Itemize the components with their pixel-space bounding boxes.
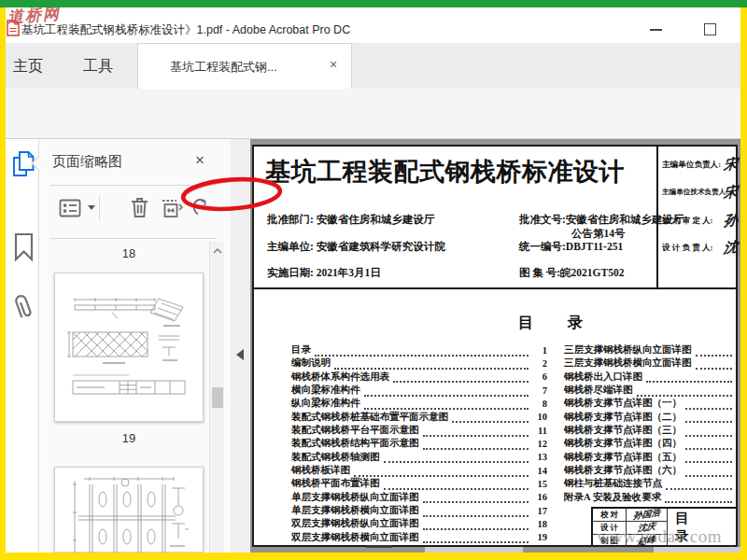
watermark-cndao: www.cndao.com [597, 526, 722, 547]
toc-entry: 装配式钢栈桥桩基础布置平面示意图10 [291, 411, 547, 424]
toc-entry: 钢栈桥支撑节点详图（一） [564, 397, 736, 410]
next-page-peek [366, 545, 392, 548]
horizontal-scrollbar-segment[interactable] [425, 547, 523, 553]
toc-entry: 钢栈桥平面布置详图15 [291, 477, 547, 490]
thumbnail-label-19: 19 [54, 431, 204, 445]
pdf-page: 基坑工程装配式钢栈桥标准设计 批准部门: 安徽省住房和城乡建设厅 主编单位: 安… [252, 145, 738, 547]
maximize-button[interactable] [698, 20, 722, 38]
toc-heading: 目 录 [518, 313, 593, 333]
meta-approval-no-2: 公告第14号 [571, 227, 626, 241]
toc-entry: 装配式钢栈桥平台平面示意图11 [291, 424, 547, 437]
toc-right-column: 三层支撑钢栈桥纵向立面详图 三层支撑钢栈桥横向立面详图 钢栈桥出入口详图 钢栈桥… [564, 343, 736, 504]
red-circle-annotation [179, 175, 284, 214]
toc-entry: 单层支撑钢栈桥横向立面详图17 [291, 504, 547, 517]
toc-entry: 钢栈桥支撑节点详图（四） [564, 437, 736, 450]
approver-label: 设 计 负 责 人: [662, 243, 712, 254]
toc-entry: 目录1 [291, 343, 547, 357]
meta-impl-date: 实施日期: 2021年3月1日 [267, 266, 381, 280]
toc-entry: 附录A 安装及验收要求 [564, 491, 736, 504]
toc-entry: 装配式钢栈桥结构平面示意图12 [291, 437, 547, 450]
thumbnail-18-drawing [65, 287, 192, 407]
window-title: 基坑工程装配式钢栈桥标准设计》1.pdf - Adobe Acrobat Pro… [21, 22, 350, 38]
toc-entry: 钢栈桥体系构件选用表6 [291, 371, 547, 384]
approver-signature: 宋 [723, 183, 739, 203]
acrobat-window: 基坑工程装配式钢栈桥标准设计》1.pdf - Adobe Acrobat Pro… [6, 7, 740, 553]
screenshot-root: 基坑工程装配式钢栈桥标准设计》1.pdf - Adobe Acrobat Pro… [0, 0, 747, 560]
minimize-button[interactable] [643, 21, 668, 39]
titlebar: 基坑工程装配式钢栈桥标准设计》1.pdf - Adobe Acrobat Pro… [6, 7, 740, 43]
meta-atlas-no: 图 集 号:皖2021GT502 [519, 266, 624, 280]
toc-entry: 钢栈桥出入口详图 [564, 371, 736, 384]
meta-unified-no: 统一编号:DBJT11-251 [519, 240, 623, 254]
document-view: 基坑工程装配式钢栈桥标准设计 批准部门: 安徽省住房和城乡建设厅 主编单位: 安… [250, 139, 740, 553]
bookmarks-icon[interactable] [13, 232, 35, 261]
document-tab-label: 基坑工程装配式钢... [170, 59, 277, 76]
approver-signature: 宋 [723, 155, 739, 175]
toc-entry: 装配式钢栈桥轴测图13 [291, 451, 547, 464]
collapse-panel-icon[interactable] [236, 349, 244, 360]
approver-label: 技 术 审 定 人: [662, 216, 712, 227]
toc-entry: 双层支撑钢栈桥横向立面详图19 [291, 531, 547, 544]
toc-entry: 三层支撑钢栈桥纵向立面详图 [564, 343, 736, 357]
thumbnail-page-19[interactable] [54, 467, 204, 553]
toc-entry: 纵向梁标准构件8 [291, 397, 547, 410]
toc-entry: 钢栈桥支撑节点详图（三） [564, 424, 736, 437]
meta-approval-dept: 批准部门: 安徽省住房和城乡建设厅 [267, 213, 434, 227]
thumbnail-19-drawing [65, 475, 192, 553]
toc-entry: 钢栈桥支撑节点详图（六） [564, 464, 736, 477]
panel-close-icon[interactable]: × [195, 151, 204, 170]
main-toolbar: / 39 50% [6, 89, 740, 139]
tab-tools[interactable]: 工具 [78, 55, 119, 77]
toc-entry: 编制说明2 [291, 357, 547, 370]
approver-label: 主编单位技术负责人: [662, 188, 728, 197]
toc-entry: 单层支撑钢栈桥纵向立面详图16 [291, 491, 547, 504]
panel-divider2 [50, 238, 217, 239]
toc-entry: 双层支撑钢栈桥纵向立面详图18 [291, 517, 547, 530]
horizontal-scrollbar-segment[interactable] [654, 547, 740, 553]
delete-page-icon[interactable] [128, 195, 151, 220]
toc-entry: 钢栈桥尽端详图 [564, 384, 736, 397]
toc-left-column: 目录1 编制说明2 钢栈桥体系构件选用表6 横向梁标准构件7 纵向梁标准构件8 … [291, 343, 547, 544]
thumbnail-label-18: 18 [54, 246, 204, 260]
scrollbar-thumb[interactable] [212, 387, 223, 408]
toc-entry: 钢栈桥支撑节点详图（二） [564, 411, 736, 424]
document-main-title: 基坑工程装配式钢栈桥标准设计 [265, 155, 625, 189]
minimize-icon [650, 29, 662, 31]
tab-close-icon[interactable]: × [330, 57, 337, 72]
panel-scrollbar[interactable] [209, 241, 224, 553]
thumbnail-page-18[interactable] [54, 273, 204, 422]
panel-title: 页面缩略图 [52, 153, 122, 171]
navigation-pane-strip [6, 139, 39, 553]
page-title-section: 基坑工程装配式钢栈桥标准设计 批准部门: 安徽省住房和城乡建设厅 主编单位: 安… [254, 147, 736, 289]
meta-chief-editor: 主编单位: 安徽省建筑科学研究设计院 [267, 240, 445, 254]
panel-toolbar-divider [99, 196, 100, 220]
maximize-icon [704, 23, 716, 35]
toc-entry: 三层支撑钢栈桥横向立面详图 [564, 357, 736, 370]
approver-column: 主编单位负责人: 宋 主编单位技术负责人: 宋 技 术 审 定 人: 孙 设 计… [656, 147, 736, 289]
thumbnail-options-icon[interactable] [58, 198, 82, 218]
tab-bar: 主页 工具 基坑工程装配式钢... × ? 登 [6, 43, 740, 89]
tab-home[interactable]: 主页 [6, 55, 50, 77]
scroll-up-icon[interactable] [213, 248, 222, 254]
approver-signature: 沈 [723, 238, 739, 258]
attachments-icon[interactable] [10, 290, 37, 327]
toc-entry: 钢栈桥板详图14 [291, 464, 547, 477]
toc-entry: 钢栈桥支撑节点详图（五） [564, 451, 736, 464]
approver-signature: 孙 [723, 211, 739, 231]
tab-document[interactable]: 基坑工程装配式钢... × [137, 43, 352, 89]
toc-entry: 钢柱与桩基础连接节点 [564, 477, 736, 490]
top-accent-bar [0, 0, 747, 7]
options-caret-icon[interactable] [88, 205, 95, 210]
approver-label: 主编单位负责人: [662, 160, 721, 171]
toc-entry: 横向梁标准构件7 [291, 384, 547, 397]
